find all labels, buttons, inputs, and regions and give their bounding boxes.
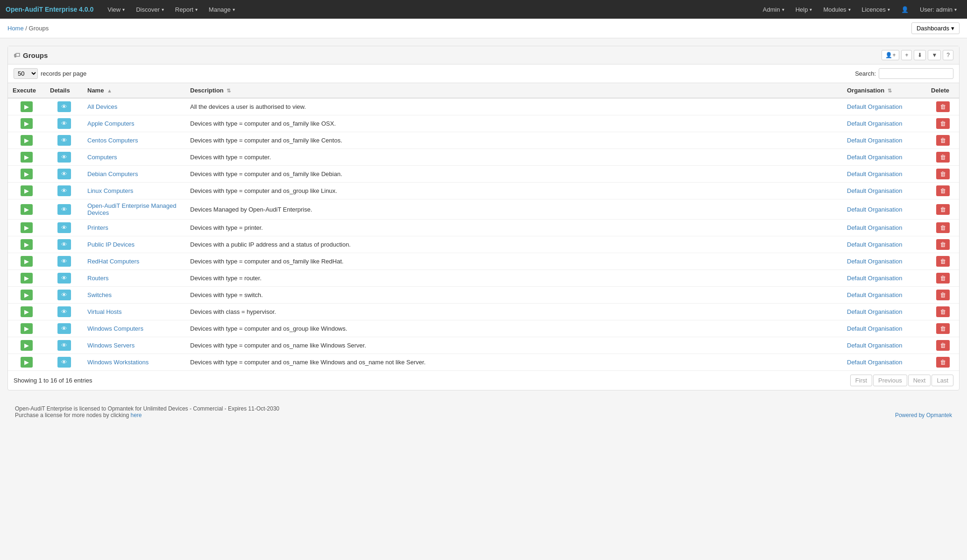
org-link[interactable]: Default Organisation [847, 224, 903, 231]
nav-licences[interactable]: Licences ▾ [857, 0, 895, 19]
col-header-details[interactable]: Details [45, 83, 83, 99]
org-link[interactable]: Default Organisation [847, 325, 903, 332]
org-link[interactable]: Default Organisation [847, 137, 903, 144]
previous-button[interactable]: Previous [873, 375, 907, 386]
records-per-page-select[interactable]: 50 25 100 [14, 68, 38, 79]
execute-button[interactable]: ▶ [21, 256, 33, 267]
execute-button[interactable]: ▶ [21, 290, 33, 300]
col-header-description[interactable]: Description ⇅ [185, 83, 842, 99]
details-button[interactable]: 👁 [57, 101, 71, 112]
col-header-organisation[interactable]: Organisation ⇅ [842, 83, 926, 99]
delete-button[interactable]: 🗑 [936, 152, 950, 163]
delete-button[interactable]: 🗑 [936, 118, 950, 129]
details-button[interactable]: 👁 [57, 273, 71, 284]
execute-button[interactable]: ▶ [21, 169, 33, 179]
org-link[interactable]: Default Organisation [847, 342, 903, 349]
details-button[interactable]: 👁 [57, 185, 71, 196]
details-button[interactable]: 👁 [57, 290, 71, 300]
col-header-delete[interactable]: Delete [926, 83, 959, 99]
group-name-link[interactable]: Computers [87, 154, 117, 161]
delete-button[interactable]: 🗑 [936, 340, 950, 351]
home-link[interactable]: Home [7, 25, 24, 32]
nav-help[interactable]: Help ▾ [791, 0, 817, 19]
search-input[interactable] [879, 68, 953, 79]
nav-manage[interactable]: Manage ▾ [204, 0, 240, 19]
details-button[interactable]: 👁 [57, 118, 71, 129]
nav-report[interactable]: Report ▾ [171, 0, 202, 19]
execute-button[interactable]: ▶ [21, 135, 33, 146]
details-button[interactable]: 👁 [57, 323, 71, 334]
execute-button[interactable]: ▶ [21, 340, 33, 351]
execute-button[interactable]: ▶ [21, 118, 33, 129]
details-button[interactable]: 👁 [57, 152, 71, 163]
details-button[interactable]: 👁 [57, 222, 71, 233]
filter-button[interactable]: ▼ [928, 50, 941, 60]
execute-button[interactable]: ▶ [21, 323, 33, 334]
delete-button[interactable]: 🗑 [936, 357, 950, 368]
org-link[interactable]: Default Organisation [847, 258, 903, 265]
group-name-link[interactable]: Virtual Hosts [87, 308, 121, 315]
group-name-link[interactable]: All Devices [87, 103, 117, 110]
group-name-link[interactable]: Printers [87, 224, 108, 231]
org-link[interactable]: Default Organisation [847, 154, 903, 161]
delete-button[interactable]: 🗑 [936, 185, 950, 196]
nav-discover[interactable]: Discover ▾ [131, 0, 169, 19]
org-link[interactable]: Default Organisation [847, 359, 903, 366]
group-name-link[interactable]: Windows Servers [87, 342, 135, 349]
col-header-name[interactable]: Name ▲ [83, 83, 185, 99]
details-button[interactable]: 👁 [57, 239, 71, 250]
group-name-link[interactable]: Routers [87, 275, 109, 282]
nav-admin[interactable]: Admin ▾ [758, 0, 789, 19]
purchase-link[interactable]: here [130, 412, 142, 418]
export-button[interactable]: ⬇ [914, 50, 926, 60]
col-header-execute[interactable]: Execute [8, 83, 45, 99]
app-brand[interactable]: Open-AudiT Enterprise 4.0.0 [6, 6, 93, 13]
group-name-link[interactable]: Open-AudiT Enterprise Managed Devices [87, 202, 177, 216]
org-link[interactable]: Default Organisation [847, 120, 903, 127]
details-button[interactable]: 👁 [57, 256, 71, 267]
group-name-link[interactable]: Linux Computers [87, 187, 133, 194]
add-user-button[interactable]: 👤+ [882, 50, 899, 60]
delete-button[interactable]: 🗑 [936, 306, 950, 317]
details-button[interactable]: 👁 [57, 306, 71, 317]
nav-view[interactable]: View ▾ [103, 0, 129, 19]
add-button[interactable]: + [901, 50, 912, 60]
details-button[interactable]: 👁 [57, 357, 71, 368]
group-name-link[interactable]: Switches [87, 291, 112, 298]
details-button[interactable]: 👁 [57, 204, 71, 215]
details-button[interactable]: 👁 [57, 340, 71, 351]
org-link[interactable]: Default Organisation [847, 103, 903, 110]
org-link[interactable]: Default Organisation [847, 241, 903, 248]
org-link[interactable]: Default Organisation [847, 170, 903, 177]
delete-button[interactable]: 🗑 [936, 323, 950, 334]
org-link[interactable]: Default Organisation [847, 187, 903, 194]
execute-button[interactable]: ▶ [21, 204, 33, 215]
group-name-link[interactable]: Public IP Devices [87, 241, 135, 248]
org-link[interactable]: Default Organisation [847, 291, 903, 298]
first-button[interactable]: First [850, 375, 872, 386]
group-name-link[interactable]: Apple Computers [87, 120, 134, 127]
nav-modules[interactable]: Modules ▾ [818, 0, 855, 19]
dashboards-button[interactable]: Dashboards ▾ [911, 22, 960, 34]
delete-button[interactable]: 🗑 [936, 135, 950, 146]
help-button[interactable]: ? [943, 50, 953, 60]
execute-button[interactable]: ▶ [21, 185, 33, 196]
org-link[interactable]: Default Organisation [847, 308, 903, 315]
delete-button[interactable]: 🗑 [936, 239, 950, 250]
delete-button[interactable]: 🗑 [936, 273, 950, 284]
delete-button[interactable]: 🗑 [936, 222, 950, 233]
org-link[interactable]: Default Organisation [847, 206, 903, 213]
org-link[interactable]: Default Organisation [847, 275, 903, 282]
next-button[interactable]: Next [908, 375, 931, 386]
delete-button[interactable]: 🗑 [936, 101, 950, 112]
details-button[interactable]: 👁 [57, 135, 71, 146]
execute-button[interactable]: ▶ [21, 101, 33, 112]
nav-user[interactable]: User: admin ▾ [915, 0, 961, 19]
execute-button[interactable]: ▶ [21, 306, 33, 317]
execute-button[interactable]: ▶ [21, 152, 33, 163]
group-name-link[interactable]: RedHat Computers [87, 258, 139, 265]
execute-button[interactable]: ▶ [21, 273, 33, 284]
delete-button[interactable]: 🗑 [936, 290, 950, 300]
group-name-link[interactable]: Windows Workstations [87, 359, 149, 366]
delete-button[interactable]: 🗑 [936, 256, 950, 267]
